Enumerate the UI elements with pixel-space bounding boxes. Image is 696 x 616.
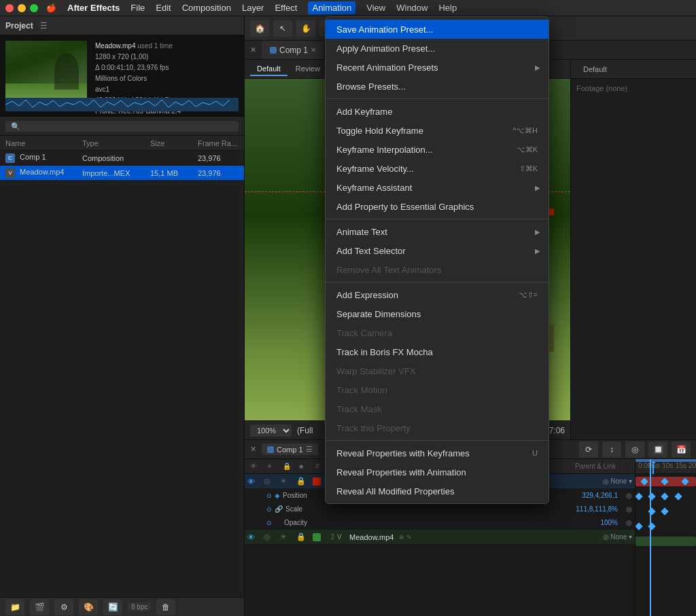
menu-browse-presets[interactable]: Browse Presets... — [326, 77, 549, 96]
menu-layer[interactable]: Layer — [242, 3, 264, 13]
menu-keyframe-interpolation[interactable]: Keyframe Interpolation... ⌥⌘K — [326, 140, 549, 159]
track-motion-label: Track Motion — [336, 385, 387, 395]
file-name-meadow: Meadow.mp4 — [20, 168, 64, 176]
menu-reveal-props-keyframes[interactable]: Reveal Properties with Keyframes U — [326, 443, 549, 463]
recent-presets-arrow: ▶ — [535, 64, 540, 71]
timeline-comp-tab[interactable]: Comp 1 ☰ — [262, 443, 318, 455]
menu-file[interactable]: File — [130, 3, 145, 13]
menu-track-boris-fx[interactable]: Track in Boris FX Mocha — [326, 342, 549, 361]
file-type-meadow: Importe...MEX — [82, 169, 150, 177]
save-animation-preset-label: Save Animation Preset... — [336, 24, 433, 35]
close-button[interactable] — [5, 4, 14, 12]
menu-track-motion: Track Motion — [326, 380, 549, 399]
prop-scale: ⊙ 🔗 Scale 111,8,111,8% ◎ — [245, 503, 635, 516]
menu-window[interactable]: Window — [396, 3, 428, 13]
layer1-audio-icon[interactable]: ◎ — [264, 477, 277, 486]
layer1-solo-icon[interactable]: ☀ — [280, 477, 294, 486]
timeline-btn-5[interactable]: 📅 — [672, 441, 691, 458]
ruler-10s: 10s — [662, 462, 673, 469]
menu-help[interactable]: Help — [438, 3, 457, 13]
comp-tab-comp1[interactable]: Comp 1 ✕ — [262, 41, 325, 59]
track-boris-fx-label: Track in Boris FX Mocha — [336, 347, 433, 357]
prop-position-label: Position — [283, 492, 307, 499]
separator-4 — [326, 440, 549, 441]
keyframe-interpolation-shortcut: ⌥⌘K — [517, 145, 538, 154]
prop-scale-label: Scale — [285, 505, 302, 513]
menu-add-text-selector[interactable]: Add Text Selector ▶ — [326, 241, 549, 260]
menu-keyframe-velocity[interactable]: Keyframe Velocity... ⇧⌘K — [326, 159, 549, 178]
right-info-header: Default — [571, 60, 696, 79]
layer1-lock-icon[interactable]: 🔒 — [296, 477, 310, 486]
timeline-playhead — [650, 459, 651, 616]
project-title: Project — [5, 21, 33, 31]
new-folder-button[interactable]: 📁 — [5, 599, 24, 615]
home-tool[interactable]: 🏠 — [250, 20, 269, 37]
timeline-comp-name: Comp 1 — [277, 446, 303, 454]
menu-track-camera: Track Camera — [326, 323, 549, 342]
app-name[interactable]: After Effects — [67, 3, 120, 13]
delete-button[interactable]: 🗑 — [156, 599, 175, 615]
timeline-menu-icon[interactable]: ☰ — [306, 445, 313, 454]
right-tab-default[interactable]: Default — [576, 63, 614, 75]
file-row-meadow[interactable]: V Meadow.mp4 Importe...MEX 15,1 MB 23,97… — [0, 166, 244, 181]
hand-tool[interactable]: ✋ — [296, 20, 315, 37]
menu-recent-animation-presets[interactable]: Recent Animation Presets ▶ — [326, 58, 549, 77]
tab-default[interactable]: Default — [250, 62, 288, 76]
timeline-btn-3[interactable]: ◎ — [625, 441, 644, 458]
layer1-vis-icon[interactable]: 👁 — [247, 477, 261, 486]
menu-toggle-hold-keyframe[interactable]: Toggle Hold Keyframe ^⌥⌘H — [326, 121, 549, 140]
minimize-button[interactable] — [18, 4, 26, 12]
new-comp-button[interactable]: 🎬 — [30, 599, 49, 615]
interpret-footage-button[interactable]: 🔄 — [103, 599, 122, 615]
settings-button[interactable]: ⚙ — [54, 599, 73, 615]
menu-effect[interactable]: Effect — [275, 3, 297, 13]
menu-reveal-props-animation[interactable]: Reveal Properties with Animation — [326, 463, 549, 482]
animate-text-arrow: ▶ — [535, 228, 540, 236]
layer2-vis-icon[interactable]: 👁 — [247, 533, 261, 541]
timeline-tracks: 0:00s 05s 10s 15s 20s — [636, 459, 696, 616]
stopwatch-opacity[interactable]: ⊙ — [266, 520, 272, 526]
timeline-btn-2[interactable]: ↕ — [602, 441, 621, 458]
menu-reveal-all-modified[interactable]: Reveal All Modified Properties — [326, 482, 549, 501]
layer2-name: Meadow.mp4 — [349, 533, 394, 541]
layer2-lock-icon[interactable]: 🔒 — [296, 532, 310, 541]
stopwatch-position[interactable]: ⊙ — [266, 492, 272, 499]
menu-add-keyframe[interactable]: Add Keyframe — [326, 102, 549, 121]
file-row-comp1[interactable]: C Comp 1 Composition 23,976 — [0, 151, 244, 166]
comp-tab-close-icon[interactable]: ✕ — [311, 46, 316, 54]
color-depth-button[interactable]: 🎨 — [79, 599, 98, 615]
stopwatch-scale[interactable]: ⊙ — [266, 506, 272, 513]
menu-keyframe-assistant[interactable]: Keyframe Assistant ▶ — [326, 178, 549, 197]
tab-review[interactable]: Review — [289, 62, 327, 76]
media-waveform — [5, 98, 239, 111]
menu-separate-dimensions[interactable]: Separate Dimensions — [326, 304, 549, 323]
menu-apply-animation-preset[interactable]: Apply Animation Preset... — [326, 39, 549, 58]
separator-3 — [326, 282, 549, 283]
zoom-select[interactable]: 100% — [250, 424, 292, 437]
maximize-button[interactable] — [30, 4, 38, 12]
apple-menu[interactable]: 🍎 — [46, 3, 56, 13]
col-solo: ☀ — [266, 463, 280, 470]
layer2-solo-icon[interactable]: ☀ — [280, 532, 294, 541]
timeline-btn-4[interactable]: 🔲 — [648, 441, 667, 458]
layer2-audio-icon[interactable]: ◎ — [264, 532, 277, 541]
menu-composition[interactable]: Composition — [182, 3, 231, 13]
layer1-parent: ◎ None ▾ — [603, 477, 632, 485]
menu-track-mask: Track Mask — [326, 399, 549, 418]
project-menu-icon[interactable]: ☰ — [40, 21, 48, 31]
timeline-btn-1[interactable]: ⟳ — [579, 441, 598, 458]
layer-row-meadow[interactable]: 👁 ◎ ☀ 🔒 2 V Meadow.mp4 ⊕ ✎ ◎ None ▾ — [245, 530, 635, 545]
select-tool[interactable]: ↖ — [273, 20, 292, 37]
close-icon: ✕ — [245, 46, 262, 54]
menu-edit[interactable]: Edit — [156, 3, 171, 13]
menu-add-property-essential[interactable]: Add Property to Essential Graphics — [326, 197, 549, 216]
search-input[interactable] — [5, 121, 239, 132]
file-list: C Comp 1 Composition 23,976 V Meadow.mp4… — [0, 151, 244, 597]
menu-animation[interactable]: Animation — [308, 1, 355, 14]
menu-save-animation-preset[interactable]: Save Animation Preset... — [326, 20, 549, 39]
keyframe-assistant-arrow: ▶ — [535, 184, 540, 192]
file-list-header: Name Type Size Frame Ra... — [0, 136, 244, 151]
menu-animate-text[interactable]: Animate Text ▶ — [326, 222, 549, 241]
menu-view[interactable]: View — [366, 3, 385, 13]
menu-add-expression[interactable]: Add Expression ⌥⇧= — [326, 285, 549, 304]
